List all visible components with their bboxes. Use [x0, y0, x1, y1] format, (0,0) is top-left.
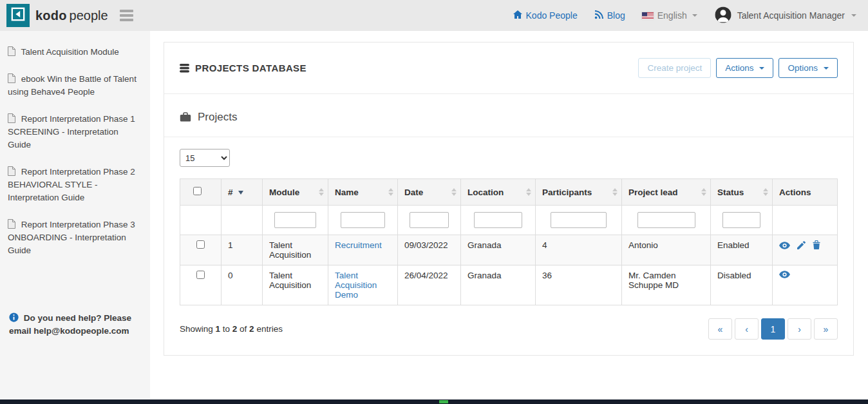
column-header-name[interactable]: Name [328, 179, 398, 206]
document-icon [8, 219, 15, 229]
page-footer [0, 399, 868, 404]
eye-icon[interactable] [779, 242, 790, 251]
kodo-logo-icon [11, 7, 25, 24]
page-title-label: PROJECTS DATABASE [195, 63, 307, 73]
nav-home-label: Kodo People [526, 10, 578, 21]
sidebar-item-talent-acquisition-module[interactable]: Talent Acquisition Module [0, 39, 150, 66]
select-all-checkbox[interactable] [193, 187, 202, 195]
filter-row [180, 206, 838, 235]
project-name-link[interactable]: Talent Acquisition Demo [335, 271, 377, 300]
divider [164, 93, 853, 94]
sidebar-item-report-phase-1[interactable]: Report Interpretation Phase 1 SCREENING … [0, 106, 150, 159]
cell-num: 1 [222, 235, 263, 265]
column-header-participants[interactable]: Participants [536, 179, 622, 206]
filter-participants-input[interactable] [551, 212, 607, 228]
sort-desc-icon [238, 191, 243, 195]
sort-arrows-icon [451, 188, 457, 196]
cell-name: Recruitment [328, 235, 398, 265]
actions-button[interactable]: Actions [716, 58, 773, 78]
project-name-link[interactable]: Recruitment [335, 240, 382, 250]
sidebar: Talent Acquisition Module ebook Win the … [0, 31, 150, 399]
cell-module: Talent Acquisition [263, 235, 328, 265]
sidebar-item-label: Report Interpretation Phase 2 BEHAVIORAL… [8, 167, 135, 202]
rss-icon [594, 10, 603, 21]
info-circle-icon [9, 313, 19, 322]
cell-checkbox [180, 265, 222, 305]
sidebar-item-label: Report Interpretation Phase 3 ONBOARDING… [8, 220, 135, 255]
row-checkbox[interactable] [196, 240, 205, 249]
nav-blog-link[interactable]: Blog [594, 10, 625, 21]
sidebar-item-label: ebook Win the Battle of Talent using Beh… [8, 74, 137, 97]
pagination-prev-button[interactable]: ‹ [735, 318, 759, 340]
chevron-down-icon [692, 14, 697, 17]
create-project-button[interactable]: Create project [638, 58, 711, 78]
language-dropdown[interactable]: English [642, 10, 697, 21]
sidebar-item-report-phase-2[interactable]: Report Interpretation Phase 2 BEHAVIORAL… [0, 159, 150, 211]
table-row: 0 Talent Acquisition Talent Acquisition … [180, 265, 838, 305]
filter-status-input[interactable] [722, 212, 761, 228]
eye-icon[interactable] [779, 271, 790, 280]
sidebar-item-report-phase-3[interactable]: Report Interpretation Phase 3 ONBOARDING… [0, 211, 150, 264]
projects-table: # Module Name Date Location Participants… [180, 178, 838, 305]
hamburger-menu-icon[interactable] [120, 10, 133, 21]
filter-module-input[interactable] [274, 212, 316, 228]
user-menu[interactable]: Talent Acquisition Manager [714, 6, 856, 26]
avatar [714, 6, 732, 26]
document-icon [8, 73, 15, 83]
filter-location-input[interactable] [474, 212, 522, 228]
database-icon [180, 64, 189, 73]
user-role-label: Talent Acquisition Manager [737, 10, 845, 21]
projects-section-title: Projects [180, 111, 838, 124]
filter-name-input[interactable] [341, 212, 384, 228]
kodo-logo[interactable] [6, 4, 30, 27]
chevron-down-icon [851, 14, 856, 17]
cell-project-lead: Antonio [622, 235, 711, 265]
sort-arrows-icon [763, 188, 768, 196]
table-header-row: # Module Name Date Location Participants… [180, 179, 838, 206]
pagination-next-button[interactable]: › [788, 318, 811, 340]
table-footer: Showing 1 to 2 of 2 entries « ‹ 1 › » [180, 318, 838, 340]
pagination-first-button[interactable]: « [708, 318, 732, 340]
row-checkbox[interactable] [196, 271, 205, 279]
document-icon [8, 166, 15, 176]
page-size-select[interactable]: 15 [180, 149, 230, 167]
top-navbar: kodopeople Kodo People Blog English Tale… [0, 0, 868, 31]
divider [164, 137, 853, 137]
home-icon [513, 10, 522, 21]
filter-date-input[interactable] [410, 212, 449, 228]
cell-actions [773, 235, 838, 265]
sort-arrows-icon [612, 188, 618, 196]
document-icon [8, 113, 15, 123]
sidebar-item-ebook[interactable]: ebook Win the Battle of Talent using Beh… [0, 66, 150, 106]
brand-title[interactable]: kodopeople [35, 8, 108, 23]
actions-button-label: Actions [725, 63, 753, 73]
column-header-actions: Actions [773, 179, 838, 206]
card-header: PROJECTS DATABASE Create project Actions… [180, 58, 838, 78]
options-button[interactable]: Options [778, 58, 838, 78]
column-header-status[interactable]: Status [711, 179, 773, 206]
nav-home-link[interactable]: Kodo People [513, 10, 578, 21]
cell-participants: 4 [536, 235, 622, 265]
column-header-location[interactable]: Location [461, 179, 536, 206]
column-header-date[interactable]: Date [398, 179, 461, 206]
sort-arrows-icon [388, 188, 393, 196]
help-text: Do you need help? Please email help@kodo… [0, 312, 150, 338]
cell-location: Granada [461, 265, 536, 305]
column-header-num[interactable]: # [222, 179, 263, 206]
pagination-page-1[interactable]: 1 [761, 318, 785, 340]
footer-logo-accent [439, 400, 448, 403]
cell-name: Talent Acquisition Demo [328, 265, 398, 305]
chevron-down-icon [759, 67, 764, 70]
filter-project-lead-input[interactable] [637, 212, 695, 228]
pagination-last-button[interactable]: » [814, 318, 838, 340]
briefcase-icon [180, 112, 191, 122]
column-header-module[interactable]: Module [263, 179, 328, 206]
select-all-header [180, 179, 222, 206]
column-header-project-lead[interactable]: Project lead [622, 179, 711, 206]
help-text-label: Do you need help? Please email help@kodo… [9, 313, 131, 336]
pencil-icon[interactable] [797, 241, 806, 251]
sidebar-item-label: Talent Acquisition Module [21, 47, 119, 57]
trash-icon[interactable] [813, 240, 820, 251]
navbar-right: Kodo People Blog English Talent Acquisit… [513, 6, 856, 26]
nav-blog-label: Blog [607, 10, 625, 21]
